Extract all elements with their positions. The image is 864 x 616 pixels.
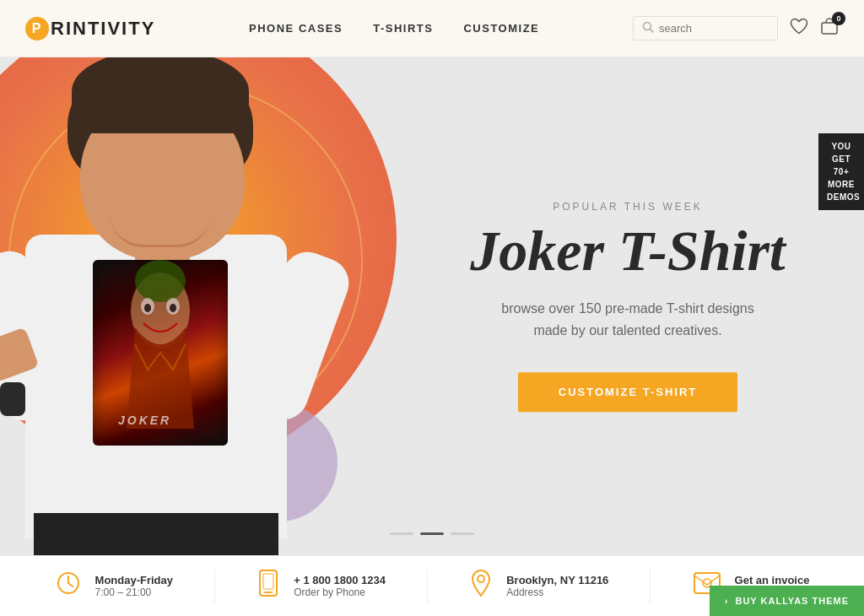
promo-banner[interactable]: YOU GET 70+ MORE DEMOS <box>818 133 864 210</box>
logo[interactable]: P RINTIVITY <box>25 17 155 41</box>
footer-hours-sub: 7:00 – 21:00 <box>95 586 173 598</box>
svg-point-8 <box>170 304 176 312</box>
footer-item-address: Brooklyn, NY 11216 Address <box>469 569 608 603</box>
hero-section: JOKER POPULAR THIS WEEK Joker T-Shirt br… <box>0 57 864 555</box>
footer-hours-main: Monday-Friday <box>95 574 173 586</box>
search-box[interactable] <box>633 16 778 41</box>
footer-address-text: Brooklyn, NY 11216 Address <box>506 574 608 598</box>
promo-line2: 70+ <box>834 167 849 176</box>
nav-item-tshirts[interactable]: T-SHIRTS <box>373 22 433 35</box>
footer-hours-text: Monday-Friday 7:00 – 21:00 <box>95 574 173 598</box>
popular-label: POPULAR THIS WEEK <box>442 201 813 213</box>
cart-badge: 0 <box>832 12 845 25</box>
svg-point-16 <box>478 575 484 582</box>
wishlist-icon[interactable] <box>790 18 808 39</box>
footer-item-phone: + 1 800 1800 1234 Order by Phone <box>256 570 386 602</box>
footer-divider-2 <box>427 570 428 603</box>
promo-line1: YOU GET <box>831 142 850 164</box>
hero-subtitle-line2: made by our talented creatives. <box>533 323 721 338</box>
slide-dot-3[interactable] <box>451 532 474 535</box>
logo-text: RINTIVITY <box>51 18 155 40</box>
search-input[interactable] <box>659 22 769 35</box>
clock-icon <box>55 570 82 602</box>
hero-content: POPULAR THIS WEEK Joker T-Shirt browse o… <box>442 201 813 412</box>
search-icon <box>642 21 654 35</box>
bracelet <box>0 382 25 416</box>
location-icon <box>469 569 493 603</box>
promo-line4: DEMOS <box>827 192 860 202</box>
footer-divider-3 <box>650 570 651 603</box>
hero-subtitle-line1: browse over 150 pre-made T-shirt designs <box>501 302 753 316</box>
svg-point-4 <box>135 260 186 302</box>
hero-title: Joker T-Shirt <box>442 221 813 281</box>
buy-kallyas-button[interactable]: › BUY KALLYAS THEME <box>710 586 864 616</box>
svg-text:JOKER: JOKER <box>118 413 171 427</box>
logo-icon: P <box>25 17 49 41</box>
nav-item-phone-cases[interactable]: PHONE CASES <box>249 22 343 35</box>
slide-dot-2[interactable] <box>420 532 444 535</box>
svg-line-1 <box>650 30 653 33</box>
buy-label: BUY KALLYAS THEME <box>735 596 849 606</box>
joker-graphic: JOKER <box>93 260 228 446</box>
footer-address-main: Brooklyn, NY 11216 <box>506 574 608 586</box>
footer-email-main: Get an invoice <box>735 574 810 586</box>
slide-indicators <box>390 532 474 535</box>
hero-subtitle: browse over 150 pre-made T-shirt designs… <box>442 299 813 342</box>
buy-arrow-icon: › <box>725 596 729 606</box>
promo-line3: MORE <box>828 180 855 189</box>
nav-item-customize[interactable]: CUSTOMIZE <box>463 22 539 35</box>
svg-line-12 <box>68 583 73 586</box>
cart-icon[interactable]: 0 <box>820 17 839 40</box>
footer-phone-main: + 1 800 1800 1234 <box>294 574 386 586</box>
slide-dot-1[interactable] <box>390 532 413 535</box>
hero-image: JOKER <box>0 57 380 555</box>
footer-divider-1 <box>214 570 215 603</box>
svg-point-7 <box>144 304 151 312</box>
footer-item-hours: Monday-Friday 7:00 – 21:00 <box>55 570 173 602</box>
header: P RINTIVITY PHONE CASES T-SHIRTS CUSTOMI… <box>0 0 864 57</box>
footer-phone-text: + 1 800 1800 1234 Order by Phone <box>294 574 386 598</box>
svg-rect-15 <box>263 574 273 589</box>
customize-tshirt-button[interactable]: CUSTOMIZE T-SHIRT <box>518 372 737 412</box>
footer-phone-sub: Order by Phone <box>294 586 386 598</box>
pants <box>34 513 278 555</box>
main-nav: PHONE CASES T-SHIRTS CUSTOMIZE <box>249 22 539 35</box>
footer-address-sub: Address <box>506 586 608 598</box>
hair-top <box>72 57 249 133</box>
phone-icon <box>256 570 280 602</box>
header-right: 0 <box>633 16 839 41</box>
